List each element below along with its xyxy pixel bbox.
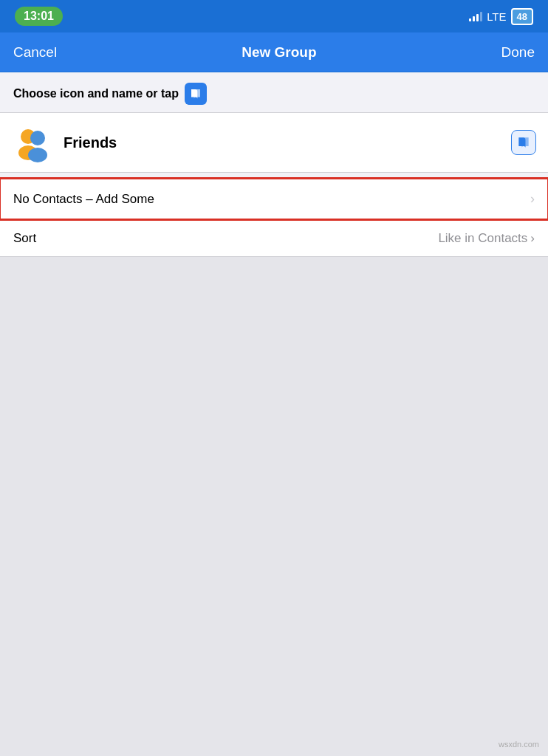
sort-value-container: Like in Contacts › xyxy=(438,231,535,246)
section-header: Choose icon and name or tap xyxy=(0,72,548,112)
cancel-button[interactable]: Cancel xyxy=(13,44,57,61)
group-name-row xyxy=(0,112,548,173)
chevron-right-icon: › xyxy=(530,191,535,207)
group-avatar[interactable] xyxy=(12,122,53,163)
empty-area xyxy=(0,257,548,626)
section-header-text: Choose icon and name or tap xyxy=(13,87,179,100)
sort-chevron-icon: › xyxy=(530,231,535,246)
book-icon-right[interactable] xyxy=(511,130,536,155)
sort-label: Sort xyxy=(13,231,36,246)
status-right: LTE 48 xyxy=(469,8,533,25)
svg-point-3 xyxy=(28,148,47,162)
signal-icon xyxy=(469,11,482,21)
watermark: wsxdn.com xyxy=(499,740,539,749)
svg-point-2 xyxy=(30,131,45,145)
book-icon-header[interactable] xyxy=(185,83,207,105)
sort-row[interactable]: Sort Like in Contacts › xyxy=(0,220,548,257)
battery-indicator: 48 xyxy=(511,8,533,25)
no-contacts-row[interactable]: No Contacts – Add Some › xyxy=(0,179,548,219)
no-contacts-label: No Contacts – Add Some xyxy=(13,192,154,207)
navigation-bar: Cancel New Group Done xyxy=(0,32,548,72)
content-area: Choose icon and name or tap xyxy=(0,72,548,257)
sort-value-text: Like in Contacts xyxy=(438,231,527,246)
group-name-input[interactable] xyxy=(64,134,501,151)
done-button[interactable]: Done xyxy=(501,44,535,61)
status-bar: 13:01 LTE 48 xyxy=(0,0,548,32)
lte-label: LTE xyxy=(487,10,506,23)
page-title: New Group xyxy=(242,44,316,61)
status-time: 13:01 xyxy=(15,7,63,26)
